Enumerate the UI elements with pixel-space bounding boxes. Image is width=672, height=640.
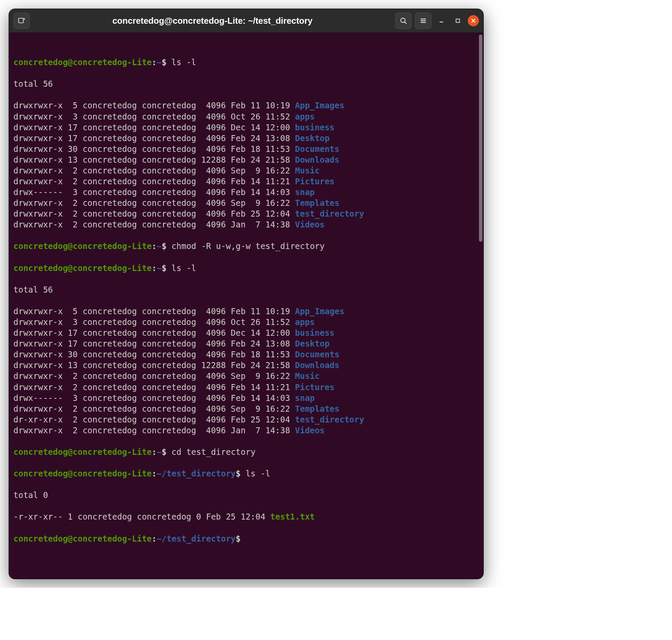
maximize-icon xyxy=(455,18,461,24)
prompt-sep: : xyxy=(152,469,156,478)
file-name: apps xyxy=(295,112,315,121)
menu-button[interactable] xyxy=(415,13,431,29)
close-button[interactable] xyxy=(468,15,479,26)
ls-row: -r-xr-xr-- 1 concretedog concretedog 0 F… xyxy=(13,511,479,522)
search-icon xyxy=(399,17,407,25)
file-name: Desktop xyxy=(295,339,330,348)
file-name: App_Images xyxy=(295,101,344,110)
prompt-sep: : xyxy=(152,241,156,251)
ls-row: drwxrwxr-x 2 concretedog concretedog 409… xyxy=(13,198,479,208)
file-name: Downloads xyxy=(295,360,339,370)
minimize-button[interactable] xyxy=(435,14,448,27)
prompt-dollar: $ xyxy=(162,241,166,251)
minimize-icon xyxy=(438,18,444,24)
prompt-line: concretedog@concretedog-Lite:~/test_dire… xyxy=(13,533,479,544)
ls-row: drwxrwxr-x 2 concretedog concretedog 409… xyxy=(13,382,479,393)
prompt-dollar: $ xyxy=(162,57,166,67)
file-name: test_directory xyxy=(295,415,364,424)
svg-rect-0 xyxy=(19,18,23,23)
file-name: App_Images xyxy=(295,306,344,316)
total-line: total 0 xyxy=(13,490,479,501)
prompt-sep: : xyxy=(152,534,156,543)
prompt-user: concretedog@concretedog-Lite xyxy=(13,263,152,273)
prompt-path: ~/test_directory xyxy=(157,534,236,543)
prompt-line: concretedog@concretedog-Lite:~$ ls -l xyxy=(13,263,479,274)
ls-row: drwxrwxr-x 30 concretedog concretedog 40… xyxy=(13,144,479,154)
ls-row: drwxrwxr-x 3 concretedog concretedog 409… xyxy=(13,111,479,122)
prompt-line: concretedog@concretedog-Lite:~$ cd test_… xyxy=(13,447,479,457)
prompt-line: concretedog@concretedog-Lite:~/test_dire… xyxy=(13,468,479,479)
new-tab-icon xyxy=(18,17,25,25)
ls-row: drwxrwxr-x 13 concretedog concretedog 12… xyxy=(13,154,479,165)
ls-row: drwxrwxr-x 2 concretedog concretedog 409… xyxy=(13,219,479,230)
ls-row: drwxrwxr-x 13 concretedog concretedog 12… xyxy=(13,360,479,371)
prompt-dollar: $ xyxy=(236,469,241,478)
file-name: Documents xyxy=(295,144,339,154)
file-name: Templates xyxy=(295,404,339,413)
command: ls -l xyxy=(246,469,270,478)
command: ls -l xyxy=(171,263,196,273)
file-name: Music xyxy=(295,166,320,175)
close-icon xyxy=(471,18,476,23)
command: ls -l xyxy=(171,57,196,67)
file-name: Music xyxy=(295,371,320,381)
ls-row: drwxrwxr-x 17 concretedog concretedog 40… xyxy=(13,133,479,144)
prompt-dollar: $ xyxy=(162,263,166,273)
file-name: apps xyxy=(295,317,315,327)
file-name: Pictures xyxy=(295,382,335,392)
titlebar: concretedog@concretedog-Lite: ~/test_dir… xyxy=(9,9,483,33)
prompt-user: concretedog@concretedog-Lite xyxy=(13,447,152,457)
ls-row: drwxrwxr-x 2 concretedog concretedog 409… xyxy=(13,176,479,187)
search-button[interactable] xyxy=(395,13,412,29)
file-name: snap xyxy=(295,393,315,403)
hamburger-icon xyxy=(419,17,427,25)
file-name: test1.txt xyxy=(270,512,315,521)
file-name: Desktop xyxy=(295,133,330,143)
ls-row: drwxrwxr-x 17 concretedog concretedog 40… xyxy=(13,338,479,349)
file-name: Downloads xyxy=(295,155,339,164)
file-name: Videos xyxy=(295,220,325,229)
prompt-path: ~/test_directory xyxy=(157,469,236,478)
file-name: Templates xyxy=(295,198,339,208)
prompt-path: ~ xyxy=(157,263,162,273)
ls-output-2: drwxrwxr-x 5 concretedog concretedog 409… xyxy=(13,306,479,436)
maximize-button[interactable] xyxy=(451,14,464,27)
ls-row: drwxrwxr-x 2 concretedog concretedog 409… xyxy=(13,404,479,414)
file-name: snap xyxy=(295,187,315,197)
prompt-line: concretedog@concretedog-Lite:~$ chmod -R… xyxy=(13,241,479,252)
terminal-body[interactable]: concretedog@concretedog-Lite:~$ ls -l to… xyxy=(9,33,483,579)
prompt-line: concretedog@concretedog-Lite:~$ ls -l xyxy=(13,57,479,68)
ls-row: drwxrwxr-x 30 concretedog concretedog 40… xyxy=(13,349,479,360)
scrollbar[interactable] xyxy=(479,35,482,242)
prompt-path: ~ xyxy=(157,447,162,457)
terminal-window: concretedog@concretedog-Lite: ~/test_dir… xyxy=(9,9,484,579)
prompt-sep: : xyxy=(152,57,156,67)
svg-line-4 xyxy=(405,22,406,24)
ls-row: drwxrwxr-x 2 concretedog concretedog 409… xyxy=(13,208,479,219)
command: cd test_directory xyxy=(171,447,255,457)
ls-output-1: drwxrwxr-x 5 concretedog concretedog 409… xyxy=(13,100,479,230)
file-name: business xyxy=(295,328,335,337)
prompt-path: ~ xyxy=(157,57,162,67)
ls-row: drwxrwxr-x 2 concretedog concretedog 409… xyxy=(13,425,479,436)
prompt-user: concretedog@concretedog-Lite xyxy=(13,469,152,478)
prompt-path: ~ xyxy=(157,241,162,251)
window-title: concretedog@concretedog-Lite: ~/test_dir… xyxy=(34,16,391,26)
ls-row: drwxrwxr-x 17 concretedog concretedog 40… xyxy=(13,122,479,133)
prompt-user: concretedog@concretedog-Lite xyxy=(13,57,152,67)
svg-rect-9 xyxy=(456,19,460,22)
ls-row: drwxrwxr-x 5 concretedog concretedog 409… xyxy=(13,100,479,111)
ls-row: drwxrwxr-x 2 concretedog concretedog 409… xyxy=(13,165,479,176)
ls-row: drwxrwxr-x 17 concretedog concretedog 40… xyxy=(13,328,479,338)
ls-row: dr-xr-xr-x 2 concretedog concretedog 409… xyxy=(13,414,479,425)
ls-row: drwxrwxr-x 2 concretedog concretedog 409… xyxy=(13,371,479,381)
command: chmod -R u-w,g-w test_directory xyxy=(171,241,325,251)
prompt-dollar: $ xyxy=(236,534,241,543)
new-tab-button[interactable] xyxy=(13,13,30,29)
prompt-user: concretedog@concretedog-Lite xyxy=(13,241,152,251)
file-name: test_directory xyxy=(295,209,364,218)
svg-point-3 xyxy=(401,18,405,22)
prompt-user: concretedog@concretedog-Lite xyxy=(13,534,152,543)
ls-row: drwxrwxr-x 5 concretedog concretedog 409… xyxy=(13,306,479,317)
total-line: total 56 xyxy=(13,79,479,89)
